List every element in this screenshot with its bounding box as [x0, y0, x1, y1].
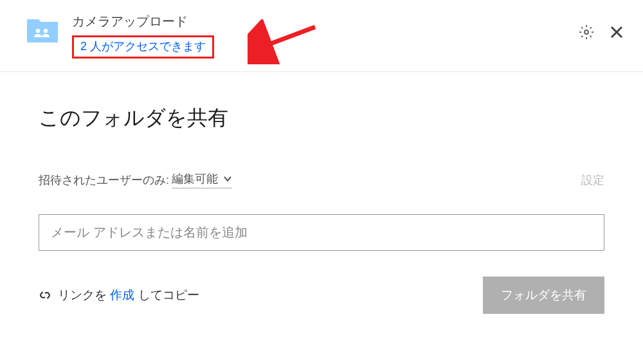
link-icon — [39, 289, 51, 302]
dialog-header: カメラアップロード 2 人がアクセスできます — [0, 0, 643, 72]
permission-dropdown[interactable]: 編集可能 — [172, 171, 232, 188]
settings-link[interactable]: 設定 — [581, 172, 604, 188]
permission-row: 招待されたユーザーのみ: 編集可能 設定 — [39, 171, 604, 188]
page-title: このフォルダを共有 — [39, 104, 604, 132]
access-count-link[interactable]: 2 人がアクセスできます — [72, 35, 214, 59]
shared-folder-icon — [26, 15, 59, 44]
gear-icon[interactable] — [579, 24, 594, 40]
svg-point-2 — [584, 30, 588, 34]
permission-control: 招待されたユーザーのみ: 編集可能 — [39, 171, 232, 188]
permission-label: 招待されたユーザーのみ: — [39, 172, 169, 188]
link-text: リンクを 作成 してコピー — [58, 287, 199, 304]
share-button[interactable]: フォルダを共有 — [483, 277, 604, 314]
close-icon[interactable] — [610, 25, 624, 39]
header-right — [579, 24, 624, 40]
permission-value: 編集可能 — [172, 171, 218, 187]
email-field[interactable] — [39, 214, 604, 251]
svg-point-1 — [44, 29, 48, 33]
footer-row: リンクを 作成 してコピー フォルダを共有 — [39, 277, 604, 314]
main-content: このフォルダを共有 招待されたユーザーのみ: 編集可能 設定 リンクを 作成 し… — [0, 72, 643, 333]
svg-point-0 — [36, 29, 40, 33]
header-left: カメラアップロード 2 人がアクセスできます — [26, 13, 214, 59]
chevron-down-icon — [223, 176, 232, 182]
folder-name: カメラアップロード — [72, 13, 214, 30]
create-link[interactable]: 作成 — [110, 288, 134, 302]
link-section: リンクを 作成 してコピー — [39, 287, 199, 304]
folder-info: カメラアップロード 2 人がアクセスできます — [72, 13, 214, 59]
